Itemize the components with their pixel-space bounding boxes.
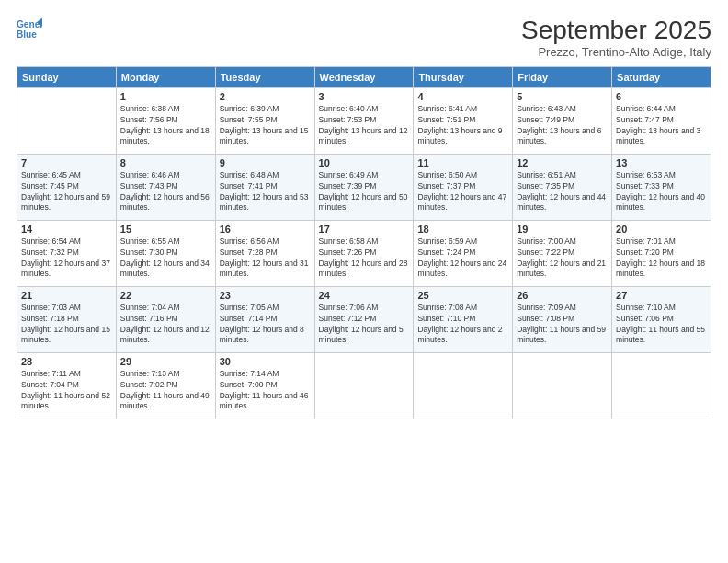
- day-cell: 4Sunrise: 6:41 AMSunset: 7:51 PMDaylight…: [414, 87, 513, 154]
- day-number: 13: [616, 157, 707, 168]
- day-cell: 6Sunrise: 6:44 AMSunset: 7:47 PMDaylight…: [612, 87, 711, 154]
- day-info: Sunrise: 6:38 AMSunset: 7:56 PMDaylight:…: [120, 104, 211, 148]
- day-number: 29: [120, 356, 211, 367]
- day-cell: 3Sunrise: 6:40 AMSunset: 7:53 PMDaylight…: [314, 87, 414, 154]
- col-saturday: Saturday: [612, 66, 711, 87]
- col-friday: Friday: [513, 66, 612, 87]
- day-cell: 17Sunrise: 6:58 AMSunset: 7:26 PMDayligh…: [314, 220, 414, 286]
- day-cell: 14Sunrise: 6:54 AMSunset: 7:32 PMDayligh…: [17, 220, 117, 286]
- day-info: Sunrise: 7:11 AMSunset: 7:04 PMDaylight:…: [21, 369, 112, 413]
- day-cell: 2Sunrise: 6:39 AMSunset: 7:55 PMDaylight…: [215, 87, 314, 154]
- day-info: Sunrise: 6:39 AMSunset: 7:55 PMDaylight:…: [220, 104, 311, 148]
- day-info: Sunrise: 7:08 AMSunset: 7:10 PMDaylight:…: [417, 303, 508, 347]
- day-number: 22: [120, 290, 211, 301]
- day-cell: 27Sunrise: 7:10 AMSunset: 7:06 PMDayligh…: [612, 286, 711, 352]
- day-number: 21: [21, 290, 112, 301]
- general-blue-logo-icon: General Blue: [17, 17, 42, 42]
- day-info: Sunrise: 6:40 AMSunset: 7:53 PMDaylight:…: [319, 104, 410, 148]
- day-cell: 5Sunrise: 6:43 AMSunset: 7:49 PMDaylight…: [513, 87, 612, 154]
- day-cell: [314, 352, 414, 419]
- logo: General Blue: [17, 17, 44, 42]
- col-monday: Monday: [116, 66, 215, 87]
- day-info: Sunrise: 6:59 AMSunset: 7:24 PMDaylight:…: [417, 236, 508, 281]
- day-info: Sunrise: 7:04 AMSunset: 7:16 PMDaylight:…: [120, 303, 211, 347]
- day-cell: 26Sunrise: 7:09 AMSunset: 7:08 PMDayligh…: [513, 286, 612, 352]
- day-number: 18: [417, 224, 508, 235]
- day-info: Sunrise: 6:53 AMSunset: 7:33 PMDaylight:…: [616, 170, 707, 214]
- day-number: 25: [417, 290, 508, 301]
- day-info: Sunrise: 7:01 AMSunset: 7:20 PMDaylight:…: [616, 236, 707, 281]
- day-number: 11: [417, 157, 508, 168]
- day-cell: 22Sunrise: 7:04 AMSunset: 7:16 PMDayligh…: [116, 286, 215, 352]
- day-number: 5: [517, 91, 608, 102]
- day-info: Sunrise: 6:49 AMSunset: 7:39 PMDaylight:…: [319, 170, 410, 214]
- day-cell: 29Sunrise: 7:13 AMSunset: 7:02 PMDayligh…: [116, 352, 215, 419]
- day-cell: 23Sunrise: 7:05 AMSunset: 7:14 PMDayligh…: [215, 286, 314, 352]
- week-row-5: 28Sunrise: 7:11 AMSunset: 7:04 PMDayligh…: [17, 352, 711, 419]
- day-number: 8: [120, 157, 211, 168]
- day-number: 16: [220, 224, 311, 235]
- day-number: 3: [319, 91, 410, 102]
- day-cell: 13Sunrise: 6:53 AMSunset: 7:33 PMDayligh…: [612, 154, 711, 220]
- header-row: Sunday Monday Tuesday Wednesday Thursday…: [17, 66, 711, 87]
- day-cell: 12Sunrise: 6:51 AMSunset: 7:35 PMDayligh…: [513, 154, 612, 220]
- day-cell: [414, 352, 513, 419]
- day-info: Sunrise: 6:50 AMSunset: 7:37 PMDaylight:…: [417, 170, 508, 214]
- day-info: Sunrise: 7:06 AMSunset: 7:12 PMDaylight:…: [319, 303, 410, 347]
- day-info: Sunrise: 6:46 AMSunset: 7:43 PMDaylight:…: [120, 170, 211, 214]
- day-info: Sunrise: 7:05 AMSunset: 7:14 PMDaylight:…: [220, 303, 311, 347]
- page: General Blue September 2025 Prezzo, Tren…: [0, 0, 728, 563]
- day-info: Sunrise: 7:03 AMSunset: 7:18 PMDaylight:…: [21, 303, 112, 347]
- day-info: Sunrise: 6:51 AMSunset: 7:35 PMDaylight:…: [517, 170, 608, 214]
- day-number: 26: [517, 290, 608, 301]
- day-number: 9: [220, 157, 311, 168]
- title-block: September 2025 Prezzo, Trentino-Alto Adi…: [521, 17, 711, 59]
- day-info: Sunrise: 7:09 AMSunset: 7:08 PMDaylight:…: [517, 303, 608, 347]
- day-info: Sunrise: 7:14 AMSunset: 7:00 PMDaylight:…: [220, 369, 311, 413]
- day-number: 20: [616, 224, 707, 235]
- day-info: Sunrise: 7:10 AMSunset: 7:06 PMDaylight:…: [616, 303, 707, 347]
- day-number: 23: [220, 290, 311, 301]
- day-cell: 30Sunrise: 7:14 AMSunset: 7:00 PMDayligh…: [215, 352, 314, 419]
- day-cell: 1Sunrise: 6:38 AMSunset: 7:56 PMDaylight…: [116, 87, 215, 154]
- day-info: Sunrise: 6:45 AMSunset: 7:45 PMDaylight:…: [21, 170, 112, 214]
- day-number: 2: [220, 91, 311, 102]
- day-cell: 10Sunrise: 6:49 AMSunset: 7:39 PMDayligh…: [314, 154, 414, 220]
- day-info: Sunrise: 6:41 AMSunset: 7:51 PMDaylight:…: [417, 104, 508, 148]
- day-number: 1: [120, 91, 211, 102]
- day-info: Sunrise: 6:56 AMSunset: 7:28 PMDaylight:…: [220, 236, 311, 281]
- svg-text:Blue: Blue: [17, 29, 37, 40]
- day-number: 24: [319, 290, 410, 301]
- day-number: 17: [319, 224, 410, 235]
- day-number: 10: [319, 157, 410, 168]
- day-number: 14: [21, 224, 112, 235]
- day-info: Sunrise: 6:48 AMSunset: 7:41 PMDaylight:…: [220, 170, 311, 214]
- col-wednesday: Wednesday: [314, 66, 414, 87]
- month-title: September 2025: [521, 17, 711, 45]
- day-number: 27: [616, 290, 707, 301]
- day-cell: 16Sunrise: 6:56 AMSunset: 7:28 PMDayligh…: [215, 220, 314, 286]
- day-cell: 18Sunrise: 6:59 AMSunset: 7:24 PMDayligh…: [414, 220, 513, 286]
- day-number: 12: [517, 157, 608, 168]
- day-info: Sunrise: 6:43 AMSunset: 7:49 PMDaylight:…: [517, 104, 608, 148]
- day-cell: [513, 352, 612, 419]
- header: General Blue September 2025 Prezzo, Tren…: [17, 17, 711, 59]
- calendar-table: Sunday Monday Tuesday Wednesday Thursday…: [17, 66, 711, 419]
- location: Prezzo, Trentino-Alto Adige, Italy: [521, 45, 711, 59]
- day-number: 28: [21, 356, 112, 367]
- day-cell: 19Sunrise: 7:00 AMSunset: 7:22 PMDayligh…: [513, 220, 612, 286]
- day-number: 7: [21, 157, 112, 168]
- day-cell: 25Sunrise: 7:08 AMSunset: 7:10 PMDayligh…: [414, 286, 513, 352]
- day-cell: [612, 352, 711, 419]
- day-cell: 11Sunrise: 6:50 AMSunset: 7:37 PMDayligh…: [414, 154, 513, 220]
- day-cell: 7Sunrise: 6:45 AMSunset: 7:45 PMDaylight…: [17, 154, 117, 220]
- day-cell: 28Sunrise: 7:11 AMSunset: 7:04 PMDayligh…: [17, 352, 117, 419]
- week-row-4: 21Sunrise: 7:03 AMSunset: 7:18 PMDayligh…: [17, 286, 711, 352]
- day-number: 30: [220, 356, 311, 367]
- day-cell: 9Sunrise: 6:48 AMSunset: 7:41 PMDaylight…: [215, 154, 314, 220]
- week-row-1: 1Sunrise: 6:38 AMSunset: 7:56 PMDaylight…: [17, 87, 711, 154]
- day-info: Sunrise: 7:13 AMSunset: 7:02 PMDaylight:…: [120, 369, 211, 413]
- day-cell: 20Sunrise: 7:01 AMSunset: 7:20 PMDayligh…: [612, 220, 711, 286]
- week-row-3: 14Sunrise: 6:54 AMSunset: 7:32 PMDayligh…: [17, 220, 711, 286]
- day-cell: 24Sunrise: 7:06 AMSunset: 7:12 PMDayligh…: [314, 286, 414, 352]
